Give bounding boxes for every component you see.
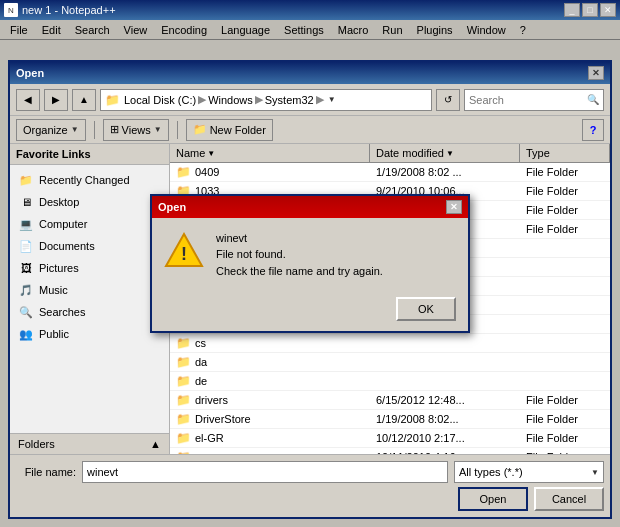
svg-text:!: !: [181, 244, 187, 264]
warning-icon: !: [164, 230, 204, 270]
alert-message-line3: Check the file name and try again.: [216, 263, 456, 280]
alert-ok-button[interactable]: OK: [396, 297, 456, 321]
alert-dialog: Open ✕ ! winevt File not found. Check th…: [150, 194, 470, 334]
alert-filename: winevt: [216, 230, 456, 247]
alert-message: winevt File not found. Check the file na…: [216, 230, 456, 280]
alert-overlay: Open ✕ ! winevt File not found. Check th…: [0, 0, 620, 527]
alert-message-line2: File not found.: [216, 246, 456, 263]
alert-content: ! winevt File not found. Check the file …: [152, 218, 468, 292]
alert-buttons: OK: [152, 291, 468, 331]
alert-close-button[interactable]: ✕: [446, 200, 462, 214]
alert-titlebar: Open ✕: [152, 196, 468, 218]
alert-title: Open: [158, 201, 446, 213]
